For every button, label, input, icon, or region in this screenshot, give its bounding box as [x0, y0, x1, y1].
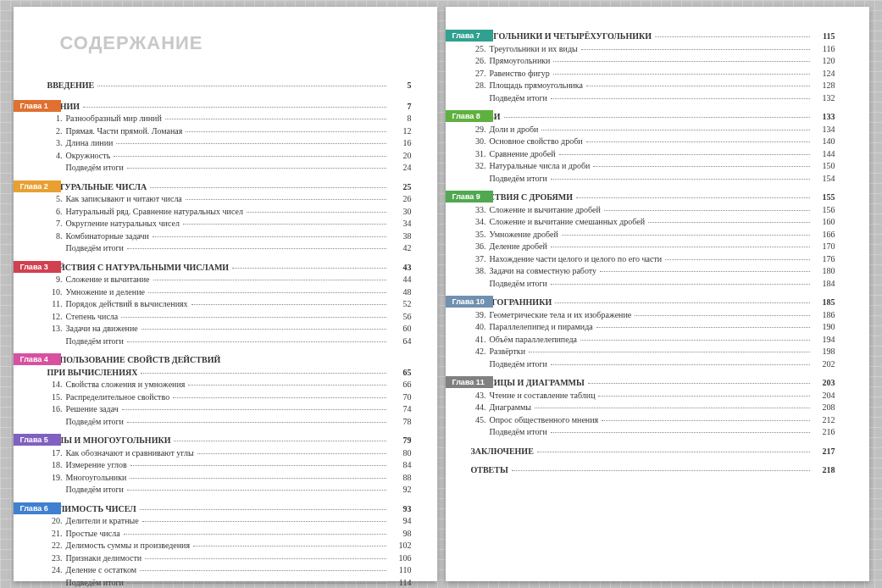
toc-row: 8.Комбинаторные задачи38 — [47, 230, 412, 243]
toc-row: 27.Равенство фигур124 — [471, 68, 835, 80]
toc-row: 24.Деление с остатком110 — [47, 564, 412, 577]
chapter-block: Глава 5УГЛЫ И МНОГОУГОЛЬНИКИ7917.Как обо… — [47, 435, 412, 496]
toc-row: 42.Развёртки198 — [471, 346, 835, 358]
toc-row: 6.Натуральный ряд. Сравнение натуральных… — [47, 206, 412, 219]
chapter-tab: Глава 5 — [14, 434, 61, 446]
item-number: 20. — [47, 515, 63, 528]
page-number: 65 — [390, 367, 412, 380]
leader-dots — [140, 509, 386, 510]
leader-dots — [596, 327, 810, 328]
item-text: Округление натуральных чисел — [66, 218, 180, 230]
toc-row: 19.Многоугольники88 — [47, 472, 412, 485]
toc-row: 11.Порядок действий в вычислениях52 — [47, 298, 412, 311]
item-number: 31. — [471, 148, 486, 161]
leader-dots — [153, 280, 386, 280]
page-number: 60 — [390, 323, 412, 336]
page-number: 132 — [813, 92, 835, 105]
page-spread: СОДЕРЖАНИЕ ВВЕДЕНИЕ5Глава 1ЛИНИИ71.Разно… — [0, 0, 882, 588]
page-number: 7 — [390, 101, 412, 114]
chapter-title: ИСПОЛЬЗОВАНИЕ СВОЙСТВ ДЕЙСТВИЙ — [47, 354, 221, 367]
item-number: 26. — [471, 55, 486, 68]
item-text: Многоугольники — [66, 472, 127, 485]
page-number: 34 — [390, 218, 412, 230]
leader-dots — [186, 131, 386, 132]
leader-dots — [173, 397, 386, 398]
page-number: 94 — [390, 515, 412, 528]
item-number: 8. — [47, 230, 63, 243]
item-number: 2. — [47, 125, 63, 138]
toc-row: 20.Делители и кратные94 — [47, 515, 412, 528]
leader-dots — [114, 156, 386, 157]
leader-dots — [130, 478, 386, 479]
page-number: 160 — [813, 216, 835, 229]
leader-dots — [153, 236, 386, 237]
page-number: 38 — [390, 230, 412, 243]
item-text: Подведём итоги — [66, 162, 124, 175]
toc-row: 22.Делимость суммы и произведения102 — [47, 540, 412, 552]
leader-dots — [604, 210, 810, 211]
toc-row: 33.Сложение и вычитание дробей156 — [471, 204, 835, 217]
closing-block: ОТВЕТЫ218 — [471, 464, 835, 477]
toc-row: Подведём итоги78 — [47, 416, 412, 429]
page-number: 106 — [390, 552, 412, 565]
toc-row: Подведём итоги216 — [471, 426, 835, 439]
page-number: 116 — [813, 43, 835, 56]
item-text: Треугольники и их виды — [490, 43, 578, 56]
item-text: Сложение и вычитание дробей — [490, 204, 601, 217]
toc-row: ТАБЛИЦЫ И ДИАГРАММЫ203 — [471, 377, 835, 390]
page-number: 70 — [390, 391, 412, 404]
closing-block: ЗАКЛЮЧЕНИЕ217 — [471, 446, 835, 458]
toc-row: 32.Натуральные числа и дроби150 — [471, 160, 835, 173]
toc-row: 17.Как обозначают и сравнивают углы80 — [47, 447, 412, 460]
page-number: 202 — [813, 358, 835, 371]
leader-dots — [191, 304, 386, 305]
leader-dots — [186, 199, 386, 200]
item-text: Подведём итоги — [66, 336, 124, 348]
page-number: 198 — [813, 346, 835, 358]
item-number: 45. — [471, 414, 486, 427]
page-number: 124 — [813, 68, 835, 80]
leader-dots — [148, 292, 386, 293]
item-text: ДЕЙСТВИЯ С НАТУРАЛЬНЫМИ ЧИСЛАМИ — [47, 262, 230, 275]
item-text: ТРЕУГОЛЬНИКИ И ЧЕТЫРЁХУГОЛЬНИКИ — [471, 31, 652, 43]
leader-dots — [121, 317, 386, 318]
page-number: 154 — [813, 173, 835, 186]
leader-dots — [141, 329, 386, 330]
item-number: 25. — [471, 43, 486, 56]
leader-dots — [247, 212, 386, 213]
leader-dots — [127, 248, 386, 249]
toc-row: 34.Сложение и вычитание смешанных дробей… — [471, 216, 835, 229]
item-text: Подведём итоги — [66, 416, 124, 429]
toc-row: 16.Решение задач74 — [47, 403, 412, 416]
page-number: 184 — [813, 278, 835, 291]
item-text: Как записывают и читают числа — [66, 193, 182, 206]
toc-row: 12.Степень числа56 — [47, 311, 412, 324]
item-text: ЗАКЛЮЧЕНИЕ — [471, 446, 534, 458]
item-number: 35. — [471, 229, 486, 241]
toc-row: 15.Распределительное свойство70 — [47, 391, 412, 404]
toc-row: ТРЕУГОЛЬНИКИ И ЧЕТЫРЁХУГОЛЬНИКИ115 — [471, 31, 835, 43]
toc-row: 3.Длина линии16 — [47, 137, 412, 150]
item-text: Прямая. Части прямой. Ломаная — [66, 125, 183, 138]
page-number: 8 — [390, 113, 412, 125]
page-number: 24 — [390, 162, 412, 175]
toc-row: 23.Признаки делимости106 — [47, 552, 412, 565]
page-number: 203 — [813, 377, 835, 390]
leader-dots — [586, 141, 810, 142]
toc-row: 38.Задачи на совместную работу180 — [471, 265, 835, 278]
page-number: 185 — [813, 297, 835, 309]
leader-dots — [504, 117, 810, 118]
leader-dots — [130, 465, 386, 466]
toc-row: 30.Основное свойство дроби140 — [471, 136, 835, 148]
item-number: 44. — [471, 402, 486, 414]
intro-block: ВВЕДЕНИЕ5 — [47, 80, 412, 92]
toc-row: Подведём итоги184 — [471, 278, 835, 291]
item-text: Сравнение дробей — [490, 148, 556, 161]
page-number: 42 — [390, 242, 412, 255]
chapter-block: Глава 11ТАБЛИЦЫ И ДИАГРАММЫ20343.Чтение … — [471, 377, 835, 439]
item-text: Деление с остатком — [66, 564, 137, 577]
leader-dots — [232, 268, 386, 269]
chapter-tab: Глава 7 — [446, 30, 493, 42]
page-number: 204 — [813, 390, 835, 402]
leader-dots — [127, 422, 386, 423]
